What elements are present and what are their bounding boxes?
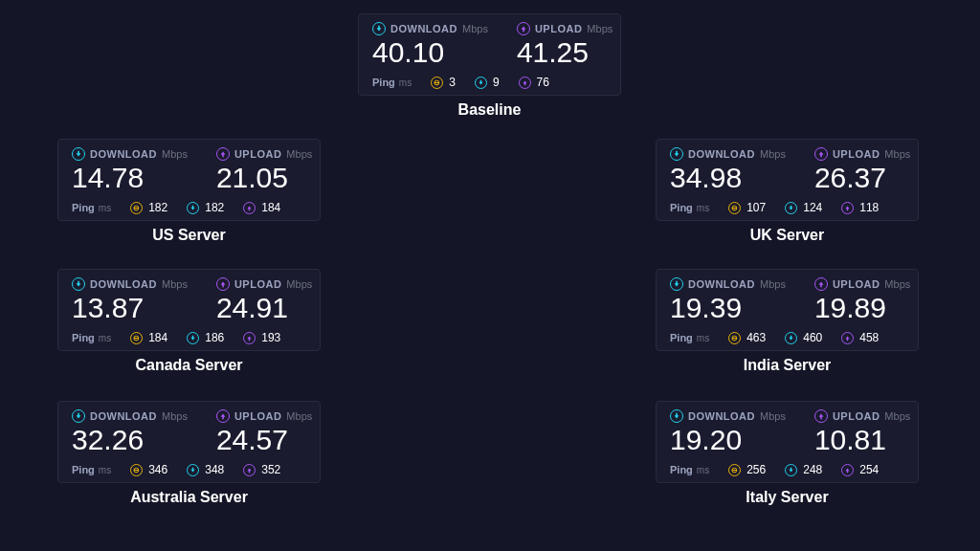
- server-label-india: India Server: [656, 357, 919, 374]
- download-unit: Mbps: [760, 148, 786, 160]
- download-icon: [372, 22, 386, 35]
- upload-label-row: UPLOAD Mbps: [216, 409, 312, 423]
- ping-row: Ping ms ⊖ 463 460 458: [670, 331, 904, 344]
- download-icon: [72, 147, 85, 161]
- download-icon: [72, 409, 85, 423]
- upload-unit: Mbps: [286, 410, 312, 422]
- ping-value-2: 348: [205, 463, 224, 476]
- ping-item-2: 124: [785, 201, 822, 214]
- speed-card-australia: DOWNLOAD Mbps 32.26 UPLOAD Mbps 24.57 Pi…: [57, 401, 321, 483]
- metrics-row: DOWNLOAD Mbps 13.87 UPLOAD Mbps 24.91: [72, 277, 306, 325]
- speed-card-india: DOWNLOAD Mbps 19.39 UPLOAD Mbps 19.89 Pi…: [656, 269, 919, 351]
- upload-value: 21.05: [216, 161, 312, 195]
- upload-ping-icon: [243, 464, 256, 476]
- ping-unit: ms: [99, 333, 111, 343]
- upload-label-text: UPLOAD: [535, 23, 582, 34]
- ping-unit: ms: [697, 333, 709, 343]
- download-metric: DOWNLOAD Mbps 34.98: [670, 147, 786, 195]
- upload-unit: Mbps: [286, 148, 312, 160]
- upload-ping-icon: [243, 332, 256, 344]
- speed-card-italy: DOWNLOAD Mbps 19.20 UPLOAD Mbps 10.81 Pi…: [656, 401, 919, 483]
- download-label-text: DOWNLOAD: [688, 410, 755, 422]
- download-ping-icon: [785, 202, 797, 214]
- latency-icon: ⊖: [728, 202, 741, 214]
- upload-label-text: UPLOAD: [234, 278, 281, 290]
- download-unit: Mbps: [162, 278, 188, 290]
- ping-item-1: ⊖ 346: [130, 463, 167, 476]
- latency-icon: ⊖: [728, 332, 741, 344]
- speed-card-us: DOWNLOAD Mbps 14.78 UPLOAD Mbps 21.05 Pi…: [57, 139, 321, 221]
- upload-unit: Mbps: [884, 410, 910, 422]
- ping-value-2: 248: [803, 463, 822, 476]
- latency-icon: ⊖: [130, 332, 143, 344]
- ping-item-1: ⊖ 107: [728, 201, 766, 214]
- ping-unit: ms: [99, 465, 111, 475]
- download-metric: DOWNLOAD Mbps 40.10: [372, 22, 488, 70]
- ping-unit: ms: [99, 203, 111, 213]
- ping-label: Ping ms: [670, 202, 709, 213]
- download-label-text: DOWNLOAD: [90, 278, 157, 290]
- download-unit: Mbps: [462, 23, 488, 34]
- ping-value-3: 193: [261, 331, 280, 344]
- upload-metric: UPLOAD Mbps 26.37: [814, 147, 910, 195]
- upload-label-row: UPLOAD Mbps: [517, 22, 612, 35]
- upload-label-text: UPLOAD: [833, 410, 880, 422]
- upload-label-text: UPLOAD: [234, 410, 281, 422]
- speed-card-uk: DOWNLOAD Mbps 34.98 UPLOAD Mbps 26.37 Pi…: [656, 139, 919, 221]
- ping-label: Ping ms: [72, 332, 111, 343]
- ping-item-3: 118: [841, 201, 879, 214]
- ping-value-3: 352: [261, 463, 280, 476]
- server-label-australia: Australia Server: [57, 489, 321, 506]
- upload-icon: [814, 147, 828, 161]
- ping-item-2: 9: [475, 76, 500, 89]
- ping-item-3: 254: [841, 463, 879, 476]
- upload-ping-icon: [841, 464, 854, 476]
- ping-label-text: Ping: [372, 77, 395, 88]
- download-label-row: DOWNLOAD Mbps: [72, 277, 188, 291]
- metrics-row: DOWNLOAD Mbps 19.39 UPLOAD Mbps 19.89: [670, 277, 904, 325]
- ping-row: Ping ms ⊖ 107 124 118: [670, 201, 904, 214]
- ping-label-text: Ping: [72, 332, 95, 343]
- ping-label-text: Ping: [670, 332, 693, 343]
- ping-label: Ping ms: [72, 202, 111, 213]
- download-value: 19.20: [670, 423, 786, 457]
- ping-item-2: 248: [785, 463, 822, 476]
- ping-row: Ping ms ⊖ 346 348 352: [72, 463, 306, 476]
- upload-icon: [216, 277, 230, 291]
- download-label-text: DOWNLOAD: [390, 23, 457, 34]
- ping-item-1: ⊖ 256: [728, 463, 766, 476]
- ping-item-3: 76: [519, 76, 549, 89]
- upload-icon: [216, 147, 230, 161]
- latency-icon: ⊖: [728, 464, 741, 476]
- ping-label-text: Ping: [670, 464, 693, 475]
- upload-value: 19.89: [814, 291, 910, 325]
- ping-row: Ping ms ⊖ 182 182 184: [72, 201, 306, 214]
- ping-row: Ping ms ⊖ 184 186 193: [72, 331, 306, 344]
- latency-icon: ⊖: [431, 77, 443, 89]
- upload-metric: UPLOAD Mbps 21.05: [216, 147, 312, 195]
- download-label-text: DOWNLOAD: [90, 148, 157, 160]
- ping-item-2: 186: [187, 331, 224, 344]
- ping-item-3: 184: [243, 201, 280, 214]
- ping-value-1: 184: [148, 331, 167, 344]
- upload-metric: UPLOAD Mbps 24.57: [216, 409, 312, 457]
- ping-value-2: 124: [803, 201, 822, 214]
- ping-item-3: 458: [841, 331, 879, 344]
- download-ping-icon: [187, 332, 199, 344]
- upload-value: 41.25: [517, 35, 612, 70]
- ping-item-3: 352: [243, 463, 280, 476]
- ping-label-text: Ping: [72, 202, 95, 213]
- download-ping-icon: [187, 202, 199, 214]
- download-value: 32.26: [72, 423, 188, 457]
- ping-item-3: 193: [243, 331, 280, 344]
- download-metric: DOWNLOAD Mbps 32.26: [72, 409, 188, 457]
- download-unit: Mbps: [760, 410, 786, 422]
- latency-icon: ⊖: [130, 202, 143, 214]
- upload-unit: Mbps: [884, 148, 910, 160]
- metrics-row: DOWNLOAD Mbps 40.10 UPLOAD Mbps 41.25: [372, 22, 607, 70]
- ping-value-2: 460: [803, 331, 822, 344]
- ping-value-3: 184: [261, 201, 280, 214]
- metrics-row: DOWNLOAD Mbps 14.78 UPLOAD Mbps 21.05: [72, 147, 306, 195]
- download-value: 19.39: [670, 291, 786, 325]
- download-label-row: DOWNLOAD Mbps: [670, 409, 786, 423]
